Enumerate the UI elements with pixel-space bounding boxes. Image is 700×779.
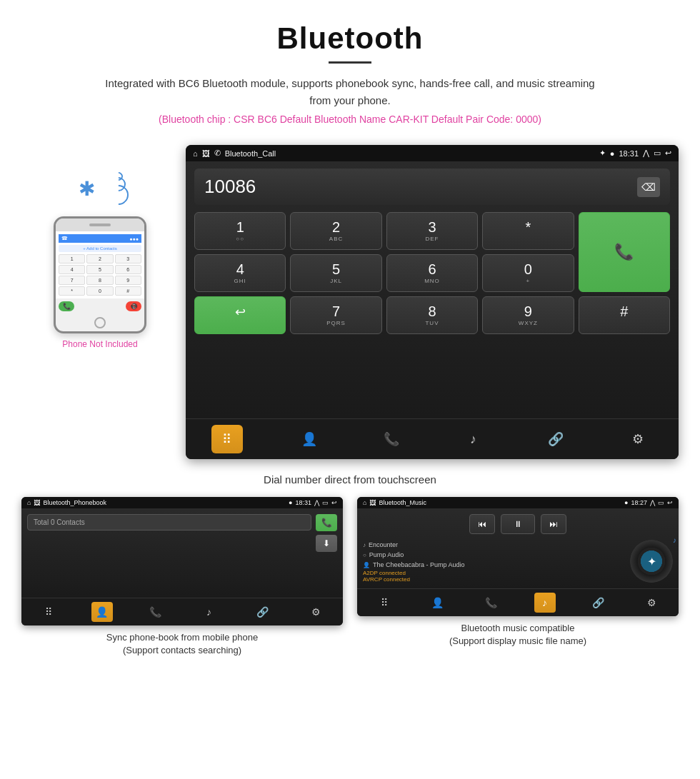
toolbar-call-button[interactable]: 📞 xyxy=(376,425,407,453)
phone-key-6: 6 xyxy=(115,265,141,274)
dialpad-icon: ⠿ xyxy=(222,431,231,447)
ms-app-name: Bluetooth_Music xyxy=(379,499,426,506)
phone-call-red: 📵 xyxy=(126,301,141,311)
pb-expand: ⋀ xyxy=(314,499,319,506)
key-3[interactable]: 3 DEF xyxy=(386,212,478,250)
pb-link-btn[interactable]: 🔗 xyxy=(252,602,274,622)
toolbar-link-button[interactable]: 🔗 xyxy=(540,425,571,453)
phone-side: ✱ ☎●●● + Add to Contacts 1 2 3 xyxy=(21,145,179,349)
key-1[interactable]: 1 ○○ xyxy=(194,212,286,250)
phone-speaker xyxy=(89,223,111,226)
phone-home-button xyxy=(94,317,106,328)
contacts-list xyxy=(27,535,311,592)
link-icon: 🔗 xyxy=(548,431,564,447)
phone-bottom-bar: 📞 📵 xyxy=(56,298,144,314)
call-action-button[interactable]: 📞 xyxy=(316,514,337,531)
pb-time: 18:31 xyxy=(295,499,311,506)
phonebook-status-bar: ⌂ 🖼 Bluetooth_Phonebook ● 18:31 ⋀ ▭ ↩ xyxy=(21,497,343,508)
status-right: ✦ ● 18:31 ⋀ ▭ ↩ xyxy=(599,149,671,158)
redial-button[interactable]: ↩ xyxy=(194,296,286,334)
pb-contacts-btn[interactable]: 👤 xyxy=(91,602,113,622)
track-name: Encounter xyxy=(369,541,398,548)
ms-settings-btn[interactable]: ⚙ xyxy=(641,593,663,613)
ms-call-btn[interactable]: 📞 xyxy=(481,593,502,613)
android-screen-large: ⌂ 🖼 ✆ Bluetooth_Call ✦ ● 18:31 ⋀ ▭ ↩ 100… xyxy=(186,145,679,459)
music-text: ♪ Encounter ○ Pump Audio 👤 The Cheebacab… xyxy=(363,540,624,583)
contact-action-buttons: 📞 ⬇ xyxy=(316,514,337,552)
key-empty xyxy=(194,338,286,354)
pb-dot-icon: ● xyxy=(289,499,292,506)
phone-key-4: 4 xyxy=(59,265,85,274)
main-caption: Dial number direct from touchscreen xyxy=(0,466,700,497)
bluetooth-icon: ✱ xyxy=(79,177,95,201)
ms-dialpad-btn[interactable]: ⠿ xyxy=(374,593,395,613)
phone-top-bar xyxy=(56,218,144,231)
album-name: Pump Audio xyxy=(369,551,404,558)
phone-screen: ☎●●● + Add to Contacts 1 2 3 4 5 6 7 8 9… xyxy=(56,231,144,298)
toolbar-contacts-button[interactable]: 👤 xyxy=(294,425,325,453)
pb-call-btn[interactable]: 📞 xyxy=(145,602,166,622)
note-icon: ♪ xyxy=(363,542,366,548)
phone-icon: ✆ xyxy=(214,149,221,158)
page-title: Bluetooth xyxy=(14,21,686,56)
music-controls: ⏮ ⏸ ⏭ xyxy=(363,514,673,534)
phone-add-contacts: + Add to Contacts xyxy=(59,245,141,252)
toolbar-music-button[interactable]: ♪ xyxy=(458,425,489,453)
vinyl-bluetooth-icon: ✦ xyxy=(647,555,656,568)
ms-link-btn[interactable]: 🔗 xyxy=(588,593,609,613)
avrcp-status: AVRCP connected xyxy=(363,576,624,583)
contacts-search-field[interactable]: Total 0 Contacts xyxy=(27,514,311,531)
key-5[interactable]: 5 JKL xyxy=(290,254,381,292)
phone-mockup: ☎●●● + Add to Contacts 1 2 3 4 5 6 7 8 9… xyxy=(54,216,146,333)
key-7[interactable]: 7 PQRS xyxy=(290,296,381,334)
key-9[interactable]: 9 WXYZ xyxy=(482,296,574,334)
app-name: Bluetooth_Call xyxy=(225,149,276,158)
keypad-grid: 1 ○○ 2 ABC 3 DEF * 📞 xyxy=(194,212,670,354)
phone-key-star: * xyxy=(59,286,85,296)
music-caption: Bluetooth music compatible(Support displ… xyxy=(446,616,589,648)
phone-keypad: 1 2 3 4 5 6 7 8 9 * 0 # xyxy=(59,254,141,296)
call-icon: 📞 xyxy=(384,431,399,447)
title-underline xyxy=(329,61,371,64)
disc-icon: ○ xyxy=(363,552,366,558)
prev-track-button[interactable]: ⏮ xyxy=(469,514,495,534)
back-icon: ↩ xyxy=(665,149,671,158)
key-6[interactable]: 6 MNO xyxy=(386,254,478,292)
key-8[interactable]: 8 TUV xyxy=(386,296,478,334)
expand-icon: ⋀ xyxy=(643,149,649,158)
ms-music-btn[interactable]: ♪ xyxy=(534,593,556,613)
ms-expand: ⋀ xyxy=(650,499,655,506)
next-track-button[interactable]: ⏭ xyxy=(541,514,566,534)
toolbar-dialpad-button[interactable]: ⠿ xyxy=(211,425,243,453)
phone-key-0: 0 xyxy=(86,286,113,296)
call-button[interactable]: 📞 xyxy=(579,212,670,292)
artist-name: The Cheebacabra - Pump Audio xyxy=(373,561,465,568)
ms-contacts-btn[interactable]: 👤 xyxy=(427,593,449,613)
music-block: ⌂ 🖼 Bluetooth_Music ● 18:27 ⋀ ▭ ↩ ⏮ ⏸ xyxy=(357,497,679,657)
backspace-button[interactable]: ⌫ xyxy=(637,177,660,197)
phone-key-8: 8 xyxy=(86,276,113,285)
redial-icon: ↩ xyxy=(235,305,246,319)
download-action-button[interactable]: ⬇ xyxy=(316,535,337,552)
phone-key-1: 1 xyxy=(59,254,85,263)
bottom-screenshots: ⌂ 🖼 Bluetooth_Phonebook ● 18:31 ⋀ ▭ ↩ xyxy=(0,497,700,657)
signal-waves xyxy=(114,172,129,205)
key-4[interactable]: 4 GHI xyxy=(194,254,286,292)
key-2[interactable]: 2 ABC xyxy=(290,212,381,250)
settings-icon: ⚙ xyxy=(632,431,644,447)
artist-row: 👤 The Cheebacabra - Pump Audio xyxy=(363,560,624,570)
phonebook-caption: Sync phone-book from mobile phone(Suppor… xyxy=(104,625,261,657)
pb-music-btn[interactable]: ♪ xyxy=(199,602,220,622)
play-pause-button[interactable]: ⏸ xyxy=(501,514,535,534)
key-star[interactable]: * xyxy=(482,212,574,250)
key-0[interactable]: 0 + xyxy=(482,254,574,292)
key-hash[interactable]: # xyxy=(579,296,670,334)
pb-dialpad-btn[interactable]: ⠿ xyxy=(38,602,59,622)
phonebook-toolbar: ⠿ 👤 📞 ♪ 🔗 ⚙ xyxy=(21,598,343,625)
toolbar-settings-button[interactable]: ⚙ xyxy=(622,425,654,453)
music-content: ⏮ ⏸ ⏭ ♪ Encounter ○ Pump Audio xyxy=(357,508,679,588)
pb-img-icon: 🖼 xyxy=(34,499,40,506)
phonebook-content: Total 0 Contacts 📞 ⬇ xyxy=(21,508,343,598)
pb-settings-btn[interactable]: ⚙ xyxy=(306,602,327,622)
ms-back: ↩ xyxy=(667,499,673,506)
